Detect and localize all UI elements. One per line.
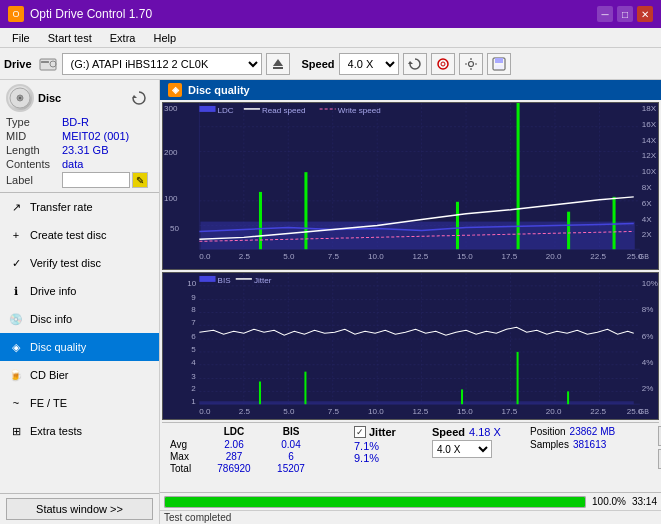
maximize-button[interactable]: □ (617, 6, 633, 22)
svg-text:10: 10 (187, 279, 197, 288)
svg-text:8%: 8% (642, 306, 654, 315)
svg-text:20.0: 20.0 (546, 252, 562, 261)
position-value: 23862 MB (570, 426, 616, 437)
svg-point-8 (468, 61, 473, 66)
svg-text:Write speed: Write speed (338, 106, 381, 115)
sidebar-item-create-test-disc[interactable]: + Create test disc (0, 221, 159, 249)
svg-text:7: 7 (191, 318, 196, 327)
svg-text:100: 100 (164, 194, 178, 203)
svg-text:12X: 12X (642, 151, 657, 160)
contents-value: data (62, 158, 83, 170)
length-label: Length (6, 144, 62, 156)
disc-info-icon: 💿 (8, 311, 24, 327)
bottom-chart-svg: 1 2 3 4 5 6 7 8 9 10 0.0 2.5 5.0 7.5 1 (163, 273, 658, 419)
speed-dropdown[interactable]: 4.0 X2.0 X6.0 X (432, 440, 492, 458)
settings-button[interactable] (459, 53, 483, 75)
label-input[interactable] (62, 172, 130, 188)
verify-test-disc-icon: ✓ (8, 255, 24, 271)
svg-text:10.0: 10.0 (368, 252, 384, 261)
svg-text:8: 8 (191, 306, 196, 315)
status-window-button[interactable]: Status window >> (6, 498, 153, 520)
svg-text:1: 1 (191, 397, 196, 406)
svg-text:7.5: 7.5 (328, 407, 340, 416)
svg-text:10%: 10% (642, 279, 658, 288)
menu-start-test[interactable]: Start test (40, 30, 100, 46)
max-jitter: 9.1% (354, 452, 424, 464)
sidebar-nav: ↗ Transfer rate + Create test disc ✓ Ver… (0, 193, 159, 493)
eject-button[interactable] (266, 53, 290, 75)
avg-jitter: 7.1% (354, 440, 424, 452)
burn-button[interactable] (431, 53, 455, 75)
samples-label: Samples (530, 439, 569, 450)
sidebar-item-transfer-rate[interactable]: ↗ Transfer rate (0, 193, 159, 221)
svg-text:20.0: 20.0 (546, 407, 562, 416)
avg-bis: 0.04 (266, 439, 316, 450)
svg-text:BIS: BIS (218, 276, 231, 285)
svg-text:4: 4 (191, 358, 196, 367)
svg-rect-92 (259, 382, 261, 405)
svg-text:4%: 4% (642, 358, 654, 367)
svg-text:5.0: 5.0 (283, 252, 295, 261)
samples-value: 381613 (573, 439, 606, 450)
sidebar-item-cd-bier[interactable]: 🍺 CD Bier (0, 361, 159, 389)
nav-label-fe-te: FE / TE (30, 397, 67, 409)
progress-time: 33:14 (632, 496, 657, 507)
fe-te-icon: ~ (8, 395, 24, 411)
svg-text:18X: 18X (642, 104, 657, 113)
menu-file[interactable]: File (4, 30, 38, 46)
sidebar-item-extra-tests[interactable]: ⊞ Extra tests (0, 417, 159, 445)
position-label: Position (530, 426, 566, 437)
title-bar: O Opti Drive Control 1.70 ─ □ ✕ (0, 0, 661, 28)
sidebar-item-disc-info[interactable]: 💿 Disc info (0, 305, 159, 333)
nav-label-create-test-disc: Create test disc (30, 229, 106, 241)
type-value: BD-R (62, 116, 89, 128)
svg-text:2.5: 2.5 (239, 252, 251, 261)
svg-rect-10 (495, 58, 503, 63)
svg-marker-3 (273, 59, 283, 66)
label-label: Label (6, 174, 62, 186)
svg-rect-2 (41, 61, 49, 63)
svg-text:Read speed: Read speed (262, 106, 306, 115)
svg-rect-36 (456, 202, 459, 249)
menu-extra[interactable]: Extra (102, 30, 144, 46)
svg-text:2: 2 (191, 384, 196, 393)
svg-text:300: 300 (164, 104, 178, 113)
svg-rect-34 (259, 192, 262, 249)
svg-text:9: 9 (191, 293, 196, 302)
svg-text:4X: 4X (642, 215, 653, 224)
save-button[interactable] (487, 53, 511, 75)
svg-point-6 (438, 59, 448, 69)
svg-text:15.0: 15.0 (457, 252, 473, 261)
mid-value: MEIT02 (001) (62, 130, 129, 142)
jitter-checkbox[interactable]: ✓ (354, 426, 366, 438)
menu-help[interactable]: Help (145, 30, 184, 46)
svg-text:50: 50 (170, 225, 180, 234)
close-button[interactable]: ✕ (637, 6, 653, 22)
total-ldc: 786920 (204, 463, 264, 474)
cd-bier-icon: 🍺 (8, 367, 24, 383)
disc-refresh-button[interactable] (125, 84, 153, 112)
svg-rect-38 (567, 212, 570, 250)
drive-select[interactable]: (G:) ATAPI iHBS112 2 CL0K (62, 53, 262, 75)
svg-text:10.0: 10.0 (368, 407, 384, 416)
progress-bar-inner (165, 497, 585, 507)
status-bar: Test completed (160, 510, 661, 524)
sidebar-item-drive-info[interactable]: ℹ Drive info (0, 277, 159, 305)
svg-text:12.5: 12.5 (413, 252, 429, 261)
svg-rect-124 (199, 276, 215, 282)
label-save-button[interactable]: ✎ (132, 172, 148, 188)
sidebar-item-verify-test-disc[interactable]: ✓ Verify test disc (0, 249, 159, 277)
quality-panel: 300 200 100 50 0.0 2.5 5.0 7.5 10.0 12.5… (160, 100, 661, 492)
sidebar-item-fe-te[interactable]: ~ FE / TE (0, 389, 159, 417)
main-container: Disc Type BD-R MID MEIT02 (001) Length 2… (0, 80, 661, 524)
minimize-button[interactable]: ─ (597, 6, 613, 22)
sidebar: Disc Type BD-R MID MEIT02 (001) Length 2… (0, 80, 160, 524)
sidebar-item-disc-quality[interactable]: ◈ Disc quality (0, 333, 159, 361)
svg-text:8X: 8X (642, 183, 653, 192)
disc-icon (6, 84, 34, 112)
speed-select[interactable]: 4.0 X 1.0 X 2.0 X 6.0 X 8.0 X (339, 53, 399, 75)
create-test-disc-icon: + (8, 227, 24, 243)
speed-label: Speed (302, 58, 335, 70)
refresh-button[interactable] (403, 53, 427, 75)
svg-text:17.5: 17.5 (501, 252, 517, 261)
